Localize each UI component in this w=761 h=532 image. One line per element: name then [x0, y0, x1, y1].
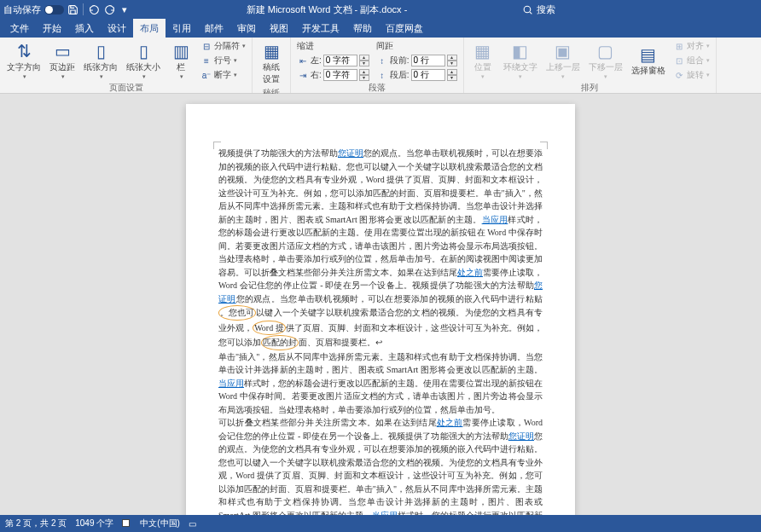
wrap-icon: ◧ [512, 41, 528, 61]
title-bar: 自动保存 ▾ 新建 Microsoft Word 文档 - 副本.docx - … [0, 0, 761, 19]
menu-design[interactable]: 设计 [101, 19, 133, 38]
document-title: 新建 Microsoft Word 文档 - 副本.docx - [131, 3, 522, 16]
spin-up[interactable]: ▴ [359, 69, 369, 75]
spacing-before-icon: ↕ [376, 55, 388, 66]
manuscript-icon: ▦ [264, 41, 280, 61]
search-icon [522, 4, 533, 15]
svg-point-0 [524, 6, 531, 13]
selection-pane-icon: ▤ [640, 44, 656, 65]
highlight: 。您也可 [218, 305, 256, 321]
manuscript-settings-button[interactable]: ▦稿纸 设置 [256, 39, 287, 87]
position-button: ▦位置▾ [468, 39, 498, 82]
link[interactable]: 处之前 [437, 418, 463, 427]
menu-home[interactable]: 开始 [36, 19, 68, 38]
menu-review[interactable]: 审阅 [230, 19, 263, 38]
document-area[interactable]: 视频提供了功能强大的方法帮助您证明您的观点。当您单击联机视频时，可以在想要添加的… [0, 94, 761, 515]
link[interactable]: 当应用 [218, 379, 244, 388]
link[interactable]: 您证明 [338, 148, 363, 158]
wrap-text-button: ◧环绕文字▾ [500, 39, 541, 82]
status-bar: 第 2 页，共 2 页 1049 个字 中文(中国) ▭ [0, 515, 761, 532]
spacing-before-row: ↕ 段前: ▴▾ [376, 54, 457, 67]
group-icon: ⊡ [673, 55, 685, 66]
size-icon: ▯ [139, 41, 148, 61]
hyphenation-icon: a⁻ [200, 69, 212, 81]
menu-view[interactable]: 视图 [263, 19, 295, 38]
ribbon: ⇅文字方向▾ ▭页边距▾ ▯纸张方向▾ ▯纸张大小▾ ▥栏▾ ⊟分隔符▾ ≡行号… [0, 38, 761, 94]
save-icon[interactable] [66, 3, 79, 16]
highlight: 匹配的封 [261, 335, 299, 350]
spacing-after-input[interactable] [411, 69, 445, 81]
indent-right-icon: ⇥ [297, 69, 309, 81]
columns-icon: ▥ [173, 41, 189, 61]
group-button: ⊡组合▾ [673, 54, 710, 67]
menu-references[interactable]: 引用 [166, 19, 198, 38]
spin-up[interactable]: ▴ [359, 55, 369, 61]
backward-icon: ▢ [597, 41, 613, 61]
spacing-before-input[interactable] [411, 55, 445, 66]
highlight: Word 提 [253, 321, 285, 336]
line-numbers-button[interactable]: ≡行号▾ [200, 54, 246, 67]
spacing-after-row: ↕ 段后: ▴▾ [376, 68, 457, 82]
orientation-button[interactable]: ▯纸张方向▾ [80, 39, 121, 82]
orientation-icon: ▯ [96, 41, 106, 61]
size-button[interactable]: ▯纸张大小▾ [123, 39, 164, 82]
spin-down[interactable]: ▾ [447, 61, 457, 66]
spin-up[interactable]: ▴ [447, 55, 457, 61]
columns-button[interactable]: ▥栏▾ [166, 39, 196, 82]
link[interactable]: 您证明 [508, 431, 534, 441]
status-accessibility-icon[interactable]: ▭ [189, 519, 196, 529]
margins-button[interactable]: ▭页边距▾ [46, 39, 78, 82]
status-word-count[interactable]: 1049 个字 [75, 518, 113, 529]
spacing-after-icon: ↕ [376, 69, 388, 81]
indent-right-input[interactable] [323, 69, 357, 81]
status-language[interactable]: 中文(中国) [140, 518, 180, 529]
forward-icon: ▣ [555, 41, 571, 61]
undo-icon[interactable] [87, 3, 101, 16]
menu-developer[interactable]: 开发工具 [295, 19, 346, 38]
hyphenation-button[interactable]: a⁻断字▾ [200, 68, 246, 82]
spin-down[interactable]: ▾ [359, 75, 369, 81]
svg-line-1 [530, 12, 532, 14]
send-backward-button: ▢下移一层▾ [585, 39, 626, 82]
link[interactable]: 当应用 [482, 215, 508, 224]
autosave-label: 自动保存 [3, 3, 41, 16]
page: 视频提供了功能强大的方法帮助您证明您的观点。当您单击联机视频时，可以在想要添加的… [186, 104, 575, 515]
menu-layout[interactable]: 布局 [133, 19, 166, 38]
group-manuscript: ▦稿纸 设置 稿纸 [253, 38, 291, 93]
menu-help[interactable]: 帮助 [346, 19, 379, 38]
status-proofing-icon[interactable] [122, 519, 131, 529]
margins-icon: ▭ [55, 41, 71, 61]
position-icon: ▦ [474, 41, 491, 61]
menu-baidu[interactable]: 百度网盘 [379, 19, 430, 38]
breaks-button[interactable]: ⊟分隔符▾ [200, 39, 246, 53]
align-button: ⊞对齐▾ [673, 39, 710, 53]
link[interactable]: 处之前 [457, 268, 483, 277]
group-page-setup: ⇅文字方向▾ ▭页边距▾ ▯纸张方向▾ ▯纸张大小▾ ▥栏▾ ⊟分隔符▾ ≡行号… [0, 38, 253, 93]
autosave-toggle[interactable]: 自动保存 [3, 3, 64, 16]
bring-forward-button: ▣上移一层▾ [543, 39, 584, 82]
indent-left-row: ⇤ 左: ▴▾ [297, 54, 369, 67]
rotate-button: ⟳旋转▾ [673, 68, 710, 82]
line-numbers-icon: ≡ [200, 55, 212, 66]
selection-pane-button[interactable]: ▤选择窗格 [628, 39, 669, 82]
text-direction-icon: ⇅ [17, 41, 32, 61]
status-page[interactable]: 第 2 页，共 2 页 [5, 518, 67, 529]
search-box[interactable]: 搜索 [522, 3, 761, 16]
menu-insert[interactable]: 插入 [68, 19, 101, 38]
text-direction-button[interactable]: ⇅文字方向▾ [3, 39, 44, 82]
redo-icon[interactable] [102, 3, 116, 16]
spin-up[interactable]: ▴ [447, 69, 457, 75]
menu-file[interactable]: 文件 [3, 19, 36, 38]
spin-down[interactable]: ▾ [447, 75, 457, 81]
spin-down[interactable]: ▾ [359, 61, 369, 66]
menu-bar: 文件 开始 插入 设计 布局 引用 邮件 审阅 视图 开发工具 帮助 百度网盘 [0, 19, 761, 38]
document-body[interactable]: 视频提供了功能强大的方法帮助您证明您的观点。当您单击联机视频时，可以在想要添加的… [218, 147, 543, 515]
qat-dropdown-icon[interactable]: ▾ [118, 3, 131, 16]
group-arrange: ▦位置▾ ◧环绕文字▾ ▣上移一层▾ ▢下移一层▾ ▤选择窗格 ⊞对齐▾ ⊡组合… [464, 38, 717, 93]
align-icon: ⊞ [673, 40, 685, 52]
link[interactable]: 当应用 [372, 511, 398, 516]
toggle-off-icon [44, 5, 64, 14]
indent-right-row: ⇥ 右: ▴▾ [297, 68, 369, 82]
menu-mailings[interactable]: 邮件 [198, 19, 230, 38]
indent-left-input[interactable] [323, 55, 357, 66]
